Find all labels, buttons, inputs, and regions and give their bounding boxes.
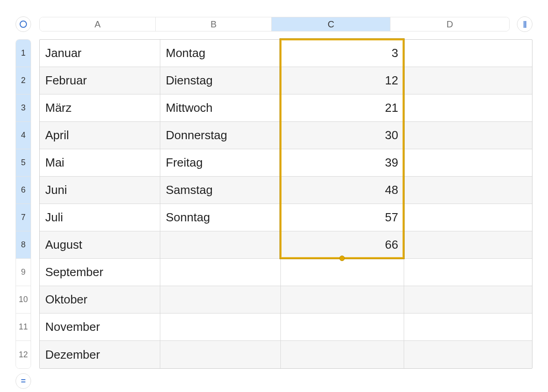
- cell-A12[interactable]: Dezember: [40, 341, 160, 368]
- column-headers: A B C D: [39, 17, 510, 31]
- cell-A6[interactable]: Juni: [40, 177, 160, 204]
- cell-C6[interactable]: 48: [281, 177, 404, 204]
- row-header-6[interactable]: 6: [16, 177, 31, 204]
- col-header-B[interactable]: B: [156, 17, 272, 31]
- cell-D3[interactable]: [404, 94, 527, 121]
- cell-B8[interactable]: [160, 231, 281, 258]
- cell-A2[interactable]: Februar: [40, 67, 160, 94]
- cell-A5[interactable]: Mai: [40, 149, 160, 176]
- row-header-1[interactable]: 1: [16, 40, 31, 67]
- cell-B1[interactable]: Montag: [160, 40, 281, 67]
- cell-A8[interactable]: August: [40, 231, 160, 258]
- cell-B3[interactable]: Mittwoch: [160, 94, 281, 121]
- columns-icon: ||: [523, 20, 527, 28]
- cell-B12[interactable]: [160, 341, 281, 368]
- cell-C9[interactable]: [281, 259, 404, 286]
- cell-C12[interactable]: [281, 341, 404, 368]
- row-header-9[interactable]: 9: [16, 259, 31, 286]
- row-headers: 123456789101112: [16, 39, 31, 369]
- cell-A7[interactable]: Juli: [40, 204, 160, 231]
- cell-D2[interactable]: [404, 67, 527, 94]
- table-row: Oktober: [40, 286, 532, 314]
- cell-B2[interactable]: Dienstag: [160, 67, 281, 94]
- row-header-8[interactable]: 8: [16, 231, 31, 259]
- cell-B5[interactable]: Freitag: [160, 149, 281, 176]
- table-row: August66: [40, 231, 532, 259]
- cell-D8[interactable]: [404, 231, 527, 258]
- cell-D5[interactable]: [404, 149, 527, 176]
- cell-D1[interactable]: [404, 40, 527, 67]
- cell-B10[interactable]: [160, 286, 281, 313]
- cell-C5[interactable]: 39: [281, 149, 404, 176]
- row-header-5[interactable]: 5: [16, 149, 31, 177]
- cell-D7[interactable]: [404, 204, 527, 231]
- select-all-circle[interactable]: [16, 16, 31, 32]
- cell-B7[interactable]: Sonntag: [160, 204, 281, 231]
- equals-icon: =: [21, 376, 26, 386]
- table-row: JuniSamstag48: [40, 177, 532, 204]
- col-header-A[interactable]: A: [40, 17, 156, 31]
- table-row: MaiFreitag39: [40, 149, 532, 177]
- cell-A1[interactable]: Januar: [40, 40, 160, 67]
- row-header-2[interactable]: 2: [16, 67, 31, 94]
- cells-grid[interactable]: JanuarMontag3FebruarDienstag12MärzMittwo…: [39, 39, 532, 369]
- cell-A3[interactable]: März: [40, 94, 160, 121]
- cell-A10[interactable]: Oktober: [40, 286, 160, 313]
- table-row: November: [40, 314, 532, 341]
- col-header-D[interactable]: D: [390, 17, 509, 31]
- row-header-11[interactable]: 11: [16, 314, 31, 341]
- cell-C3[interactable]: 21: [281, 94, 404, 121]
- table-row: Dezember: [40, 341, 532, 368]
- table-row: JuliSonntag57: [40, 204, 532, 231]
- selection-handle[interactable]: [339, 256, 345, 261]
- cell-B9[interactable]: [160, 259, 281, 286]
- formula-button[interactable]: =: [16, 373, 31, 389]
- cell-B6[interactable]: Samstag: [160, 177, 281, 204]
- row-header-10[interactable]: 10: [16, 286, 31, 314]
- row-header-3[interactable]: 3: [16, 94, 31, 122]
- cell-B4[interactable]: Donnerstag: [160, 122, 281, 149]
- cell-A4[interactable]: April: [40, 122, 160, 149]
- table-row: September: [40, 259, 532, 286]
- cell-D6[interactable]: [404, 177, 527, 204]
- cell-D11[interactable]: [404, 314, 527, 340]
- cell-D12[interactable]: [404, 341, 527, 368]
- cell-C1[interactable]: 3: [281, 40, 404, 67]
- cell-A9[interactable]: September: [40, 259, 160, 286]
- row-header-7[interactable]: 7: [16, 204, 31, 231]
- cell-C8[interactable]: 66: [281, 231, 404, 258]
- row-header-12[interactable]: 12: [16, 341, 31, 368]
- columns-menu-button[interactable]: ||: [517, 16, 532, 32]
- cell-C10[interactable]: [281, 286, 404, 313]
- table-row: MärzMittwoch21: [40, 94, 532, 122]
- row-header-4[interactable]: 4: [16, 122, 31, 149]
- cell-D9[interactable]: [404, 259, 527, 286]
- table-row: FebruarDienstag12: [40, 67, 532, 94]
- spreadsheet-view: A B C D || 123456789101112 JanuarMontag3…: [0, 0, 548, 369]
- cell-A11[interactable]: November: [40, 314, 160, 340]
- circle-icon: [20, 21, 27, 28]
- grid-body: 123456789101112 JanuarMontag3FebruarDien…: [16, 39, 532, 369]
- column-header-row: A B C D ||: [16, 16, 532, 33]
- table-row: AprilDonnerstag30: [40, 122, 532, 149]
- table-row: JanuarMontag3: [40, 40, 532, 67]
- cell-D10[interactable]: [404, 286, 527, 313]
- cell-C2[interactable]: 12: [281, 67, 404, 94]
- cell-B11[interactable]: [160, 314, 281, 340]
- cell-C11[interactable]: [281, 314, 404, 340]
- cell-C4[interactable]: 30: [281, 122, 404, 149]
- cell-D4[interactable]: [404, 122, 527, 149]
- cell-C7[interactable]: 57: [281, 204, 404, 231]
- col-header-C[interactable]: C: [272, 17, 390, 31]
